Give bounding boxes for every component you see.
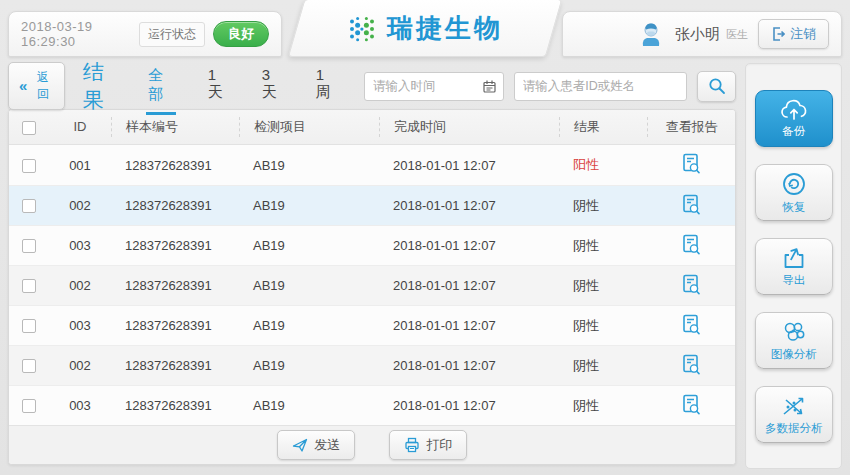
view-report-button[interactable] xyxy=(681,194,701,218)
cell-time: 2018-01-01 12:07 xyxy=(379,158,559,173)
tab-all[interactable]: 全部 xyxy=(146,58,176,115)
time-input[interactable] xyxy=(365,79,483,93)
report-magnifier-icon xyxy=(681,274,701,298)
column-header-sample: 样本编号 xyxy=(111,117,239,137)
cell-item: AB19 xyxy=(239,238,379,253)
time-search-box xyxy=(364,72,504,101)
back-button[interactable]: « 返回 xyxy=(8,62,65,110)
row-checkbox[interactable] xyxy=(22,279,36,293)
table-header-row: ID 样本编号 检测项目 完成时间 结果 查看报告 xyxy=(9,110,735,145)
column-header-result: 结果 xyxy=(559,117,647,137)
sidebar-button-backup[interactable]: 备份 xyxy=(755,90,833,147)
multi-data-scatter-icon xyxy=(780,394,808,418)
sidebar-button-label: 图像分析 xyxy=(771,347,817,362)
brand-dots-logo-icon xyxy=(347,14,377,44)
send-label: 发送 xyxy=(314,436,340,454)
row-checkbox[interactable] xyxy=(22,199,36,213)
table-row[interactable]: 002128372628391AB192018-01-01 12:07阴性 xyxy=(9,185,735,225)
back-label: 返回 xyxy=(32,69,53,103)
view-report-button[interactable] xyxy=(681,394,701,418)
cell-sample: 128372628391 xyxy=(111,238,239,253)
table-body: 001128372628391AB192018-01-01 12:07阳性002… xyxy=(9,145,735,425)
column-header-item: 检测项目 xyxy=(239,117,379,137)
table-row[interactable]: 003128372628391AB192018-01-01 12:07阴性 xyxy=(9,385,735,425)
row-checkbox[interactable] xyxy=(22,319,36,333)
backup-cloud-icon xyxy=(780,99,808,121)
cell-result: 阴性 xyxy=(559,237,647,255)
column-header-time: 完成时间 xyxy=(379,117,559,137)
toolbar: « 返回 结果 全部1天3天1周 xyxy=(8,63,736,109)
view-report-button[interactable] xyxy=(681,234,701,258)
row-checkbox[interactable] xyxy=(22,359,36,373)
cell-item: AB19 xyxy=(239,398,379,413)
cell-id: 001 xyxy=(49,158,111,173)
table-row[interactable]: 003128372628391AB192018-01-01 12:07阴性 xyxy=(9,225,735,265)
user-panel: 张小明 医生 注销 xyxy=(562,11,842,57)
view-report-button[interactable] xyxy=(681,314,701,338)
cell-id: 003 xyxy=(49,238,111,253)
cell-sample: 128372628391 xyxy=(111,398,239,413)
calendar-icon[interactable] xyxy=(483,80,496,93)
sidebar-button-restore[interactable]: 恢复 xyxy=(755,164,833,221)
cell-item: AB19 xyxy=(239,318,379,333)
export-icon xyxy=(781,246,807,270)
table-row[interactable]: 002128372628391AB192018-01-01 12:07阴性 xyxy=(9,265,735,305)
table-footer: 发送 打印 xyxy=(9,425,735,464)
send-plane-icon xyxy=(292,437,308,453)
table-row[interactable]: 001128372628391AB192018-01-01 12:07阳性 xyxy=(9,145,735,185)
sidebar-button-multi-data-analysis[interactable]: 多数据分析 xyxy=(755,386,833,443)
cell-item: AB19 xyxy=(239,278,379,293)
cell-sample: 128372628391 xyxy=(111,198,239,213)
app-window: 2018-03-19 16:29:30 运行状态 良好 xyxy=(0,0,850,475)
view-report-button[interactable] xyxy=(681,274,701,298)
logout-label: 注销 xyxy=(790,25,816,43)
search-icon xyxy=(708,77,726,95)
cell-result: 阴性 xyxy=(559,317,647,335)
report-magnifier-icon xyxy=(681,354,701,378)
cell-item: AB19 xyxy=(239,158,379,173)
row-checkbox[interactable] xyxy=(22,399,36,413)
search-button[interactable] xyxy=(697,71,736,102)
cell-sample: 128372628391 xyxy=(111,158,239,173)
table-row[interactable]: 002128372628391AB192018-01-01 12:07阴性 xyxy=(9,345,735,385)
view-report-button[interactable] xyxy=(681,354,701,378)
sidebar-button-export[interactable]: 导出 xyxy=(755,238,833,295)
patient-input[interactable] xyxy=(515,79,686,93)
sidebar-button-label: 恢复 xyxy=(782,200,805,215)
table-row[interactable]: 003128372628391AB192018-01-01 12:07阴性 xyxy=(9,305,735,345)
cell-result: 阴性 xyxy=(559,397,647,415)
tab-1-day[interactable]: 1天 xyxy=(206,58,230,115)
logout-icon xyxy=(771,27,785,41)
column-header-report: 查看报告 xyxy=(647,117,735,137)
image-analysis-icon xyxy=(780,320,808,344)
sidebar-button-label: 备份 xyxy=(782,124,805,139)
cell-result: 阴性 xyxy=(559,197,647,215)
restore-icon xyxy=(781,171,807,197)
cell-id: 003 xyxy=(49,398,111,413)
sidebar-button-image-analysis[interactable]: 图像分析 xyxy=(755,312,833,369)
logout-button[interactable]: 注销 xyxy=(758,19,829,49)
cell-time: 2018-01-01 12:07 xyxy=(379,398,559,413)
filter-tabs: 全部1天3天1周 xyxy=(146,58,338,115)
doctor-avatar-icon xyxy=(637,20,665,48)
report-magnifier-icon xyxy=(681,153,701,177)
select-all-checkbox[interactable] xyxy=(22,121,36,135)
send-button[interactable]: 发送 xyxy=(277,430,355,460)
status-badge: 良好 xyxy=(213,21,269,47)
tab-1-week[interactable]: 1周 xyxy=(314,58,338,115)
page-title: 结果 xyxy=(83,58,122,114)
back-chevrons-icon: « xyxy=(19,81,27,91)
report-magnifier-icon xyxy=(681,194,701,218)
column-header-id: ID xyxy=(49,117,111,137)
tab-3-day[interactable]: 3天 xyxy=(260,58,284,115)
print-button[interactable]: 打印 xyxy=(389,430,467,460)
cell-result: 阴性 xyxy=(559,357,647,375)
row-checkbox[interactable] xyxy=(22,239,36,253)
cell-result: 阴性 xyxy=(559,277,647,295)
view-report-button[interactable] xyxy=(681,153,701,177)
action-sidebar: 备份恢复导出图像分析多数据分析 xyxy=(745,63,842,469)
cell-item: AB19 xyxy=(239,358,379,373)
cell-time: 2018-01-01 12:07 xyxy=(379,238,559,253)
row-checkbox[interactable] xyxy=(22,159,36,173)
cell-sample: 128372628391 xyxy=(111,278,239,293)
